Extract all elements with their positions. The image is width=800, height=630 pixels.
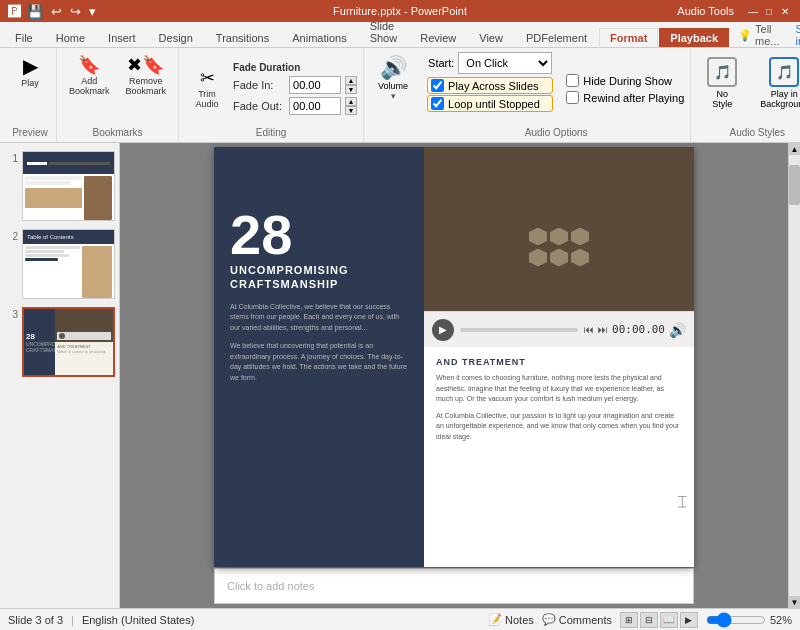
loop-until-checkbox-row[interactable]: Loop until Stopped bbox=[428, 96, 552, 111]
slide-num-1: 1 bbox=[4, 153, 18, 164]
quick-redo[interactable]: ↪ bbox=[68, 4, 83, 19]
play-in-bg-button[interactable]: 🎵 Play inBackground bbox=[751, 52, 800, 114]
play-in-bg-label: Play inBackground bbox=[760, 89, 800, 109]
minimize-btn[interactable]: — bbox=[746, 4, 760, 18]
ribbon: ▶ Play Preview 🔖 AddBookmark ✖🔖 RemoveBo… bbox=[0, 48, 800, 143]
fade-out-down[interactable]: ▼ bbox=[345, 106, 357, 115]
audio-progress-bar[interactable] bbox=[460, 328, 578, 332]
tab-format[interactable]: Format bbox=[599, 28, 658, 47]
slide-sorter-btn[interactable]: ⊟ bbox=[640, 612, 658, 628]
prev-track-icon[interactable]: ⏮ bbox=[584, 324, 594, 335]
add-bookmark-button[interactable]: 🔖 AddBookmark bbox=[63, 52, 116, 100]
fade-out-input[interactable] bbox=[289, 97, 341, 115]
tab-home[interactable]: Home bbox=[45, 28, 96, 47]
quick-save[interactable]: 💾 bbox=[25, 4, 45, 19]
status-divider1: | bbox=[71, 614, 74, 626]
ribbon-group-bookmarks: 🔖 AddBookmark ✖🔖 RemoveBookmark Bookmark… bbox=[57, 48, 179, 142]
tab-slideshow[interactable]: Slide Show bbox=[359, 16, 409, 47]
volume-button[interactable]: 🔊 Volume ▾ bbox=[370, 52, 416, 104]
audio-play-button[interactable]: ▶ bbox=[432, 319, 454, 341]
close-btn[interactable]: ✕ bbox=[778, 4, 792, 18]
fade-out-label: Fade Out: bbox=[233, 100, 285, 112]
slide-info: Slide 3 of 3 bbox=[8, 614, 63, 626]
notes-btn[interactable]: 📝 Notes bbox=[488, 613, 534, 626]
loop-until-label: Loop until Stopped bbox=[448, 98, 540, 110]
canvas-area: 28 UNCOMPROMISING CRAFTSMANSHIP At Colum… bbox=[120, 143, 788, 608]
trim-audio-icon: ✂ bbox=[200, 69, 215, 87]
normal-view-btn[interactable]: ⊞ bbox=[620, 612, 638, 628]
play-across-checkbox[interactable] bbox=[431, 79, 444, 92]
ribbon-group-editing: ✂ TrimAudio Fade Duration Fade In: ▲ ▼ F… bbox=[179, 48, 364, 142]
hide-during-checkbox-row[interactable]: Hide During Show bbox=[566, 74, 684, 87]
add-bookmark-label: AddBookmark bbox=[69, 76, 110, 96]
audio-styles-content: 🎵 NoStyle 🎵 Play inBackground bbox=[697, 52, 800, 125]
tab-playback[interactable]: Playback bbox=[659, 28, 729, 47]
volume-small-icon[interactable]: 🔊 bbox=[669, 322, 686, 338]
fade-in-spinner: ▲ ▼ bbox=[345, 76, 357, 94]
start-select[interactable]: On Click Automatically bbox=[458, 52, 552, 74]
sign-in-btn[interactable]: Sign in bbox=[788, 23, 801, 47]
audio-options-group-label: Audio Options bbox=[525, 125, 588, 142]
ribbon-group-volume: 🔊 Volume ▾ bbox=[364, 48, 422, 142]
language-indicator: English (United States) bbox=[82, 614, 195, 626]
slide-canvas[interactable]: 28 UNCOMPROMISING CRAFTSMANSHIP At Colum… bbox=[214, 147, 694, 567]
slide-layout: 28 UNCOMPROMISING CRAFTSMANSHIP At Colum… bbox=[214, 147, 694, 567]
fade-in-label: Fade In: bbox=[233, 79, 285, 91]
notes-area[interactable]: Click to add notes bbox=[214, 568, 694, 604]
zoom-slider[interactable] bbox=[706, 612, 766, 628]
quick-undo[interactable]: ↩ bbox=[49, 4, 64, 19]
next-track-icon[interactable]: ⏭ bbox=[598, 324, 608, 335]
reading-view-btn[interactable]: 📖 bbox=[660, 612, 678, 628]
rewind-after-checkbox[interactable] bbox=[566, 91, 579, 104]
add-bookmark-icon: 🔖 bbox=[78, 56, 100, 74]
tab-pdfelem[interactable]: PDFelement bbox=[515, 28, 598, 47]
no-style-button[interactable]: 🎵 NoStyle bbox=[697, 52, 747, 114]
slide-num-2: 2 bbox=[4, 231, 18, 242]
title-bar-left: 🅿 💾 ↩ ↪ ▾ bbox=[8, 4, 98, 19]
tab-animations[interactable]: Animations bbox=[281, 28, 357, 47]
hexagon-decoration bbox=[529, 228, 589, 267]
tab-design[interactable]: Design bbox=[148, 28, 204, 47]
tab-view[interactable]: View bbox=[468, 28, 514, 47]
tab-insert[interactable]: Insert bbox=[97, 28, 147, 47]
tab-review[interactable]: Review bbox=[409, 28, 467, 47]
preview-group-label: Preview bbox=[12, 125, 48, 142]
scroll-down-btn[interactable]: ▼ bbox=[789, 596, 800, 608]
slide-img-2: Table of Contents bbox=[22, 229, 115, 299]
rewind-after-checkbox-row[interactable]: Rewind after Playing bbox=[566, 91, 684, 104]
status-bar: Slide 3 of 3 | English (United States) 📝… bbox=[0, 608, 800, 630]
preview-content: ▶ Play bbox=[10, 52, 50, 125]
right-scrollbar[interactable]: ▲ ▼ bbox=[788, 143, 800, 608]
slideshow-btn[interactable]: ▶ bbox=[680, 612, 698, 628]
trim-audio-button[interactable]: ✂ TrimAudio bbox=[185, 65, 229, 113]
slide-main-title1: UNCOMPROMISING bbox=[230, 263, 408, 277]
comments-btn[interactable]: 💬 Comments bbox=[542, 613, 612, 626]
fade-out-up[interactable]: ▲ bbox=[345, 97, 357, 106]
tab-file[interactable]: File bbox=[4, 28, 44, 47]
maximize-btn[interactable]: □ bbox=[762, 4, 776, 18]
scroll-thumb[interactable] bbox=[789, 165, 800, 205]
fade-out-row: Fade Out: ▲ ▼ bbox=[233, 97, 357, 115]
fade-in-up[interactable]: ▲ bbox=[345, 76, 357, 85]
play-across-checkbox-row[interactable]: Play Across Slides bbox=[428, 78, 552, 93]
fade-in-input[interactable] bbox=[289, 76, 341, 94]
title-bar-right: Audio Tools — □ ✕ bbox=[667, 4, 792, 18]
tab-transitions[interactable]: Transitions bbox=[205, 28, 280, 47]
cursor-indicator: ⌶ bbox=[678, 493, 686, 509]
slide-img-1 bbox=[22, 151, 115, 221]
scroll-up-btn[interactable]: ▲ bbox=[789, 143, 800, 155]
remove-bookmark-button[interactable]: ✖🔖 RemoveBookmark bbox=[120, 52, 173, 100]
customize-quick-access[interactable]: ▾ bbox=[87, 4, 98, 19]
ribbon-group-audio-options: Start: On Click Automatically Play Acros… bbox=[422, 48, 691, 142]
tell-me-input[interactable]: 💡 Tell me... bbox=[730, 23, 787, 47]
slide-thumb-2[interactable]: 2 Table of Contents bbox=[4, 229, 115, 299]
play-button[interactable]: ▶ Play bbox=[10, 52, 50, 92]
fade-in-down[interactable]: ▼ bbox=[345, 85, 357, 94]
remove-bookmark-icon: ✖🔖 bbox=[127, 56, 164, 74]
slide-img-3: 28 UNCOMPROMISINGCRAFTSMANSHIP AND TREAT… bbox=[22, 307, 115, 377]
slide-thumb-3[interactable]: 3 28 UNCOMPROMISINGCRAFTSMANSHIP bbox=[4, 307, 115, 377]
trim-audio-label: TrimAudio bbox=[196, 89, 219, 109]
slide-thumb-1[interactable]: 1 bbox=[4, 151, 115, 221]
loop-until-checkbox[interactable] bbox=[431, 97, 444, 110]
hide-during-checkbox[interactable] bbox=[566, 74, 579, 87]
